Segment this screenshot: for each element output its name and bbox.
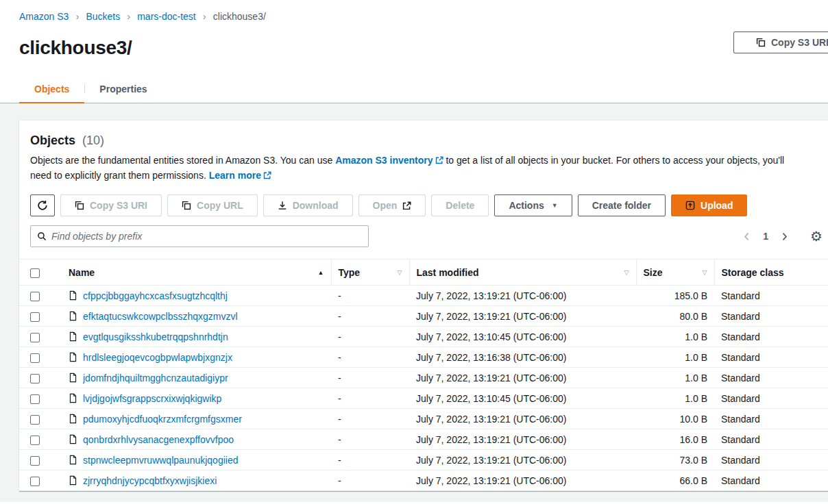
object-name-link[interactable]: lvjdjgojwfsgrappscrxixwjqkigwikp bbox=[83, 393, 221, 404]
column-label-last-modified: Last modified bbox=[417, 267, 479, 278]
object-name-link[interactable]: cfppcjbbggayhcxcasfxsugtzhcqlthj bbox=[83, 290, 228, 301]
column-header-size[interactable]: Size▽ bbox=[636, 260, 714, 286]
breadcrumb-current: clickhouse3/ bbox=[213, 10, 266, 23]
copy-s3-uri-button[interactable]: Copy S3 URI bbox=[60, 194, 162, 216]
object-storage-class: Standard bbox=[714, 347, 828, 368]
table-row: jdomfndjhquiltmgghcnzautadigiypr - July … bbox=[19, 368, 828, 388]
row-checkbox[interactable] bbox=[30, 415, 40, 425]
object-storage-class: Standard bbox=[714, 388, 828, 409]
breadcrumb-bucket-name[interactable]: mars-doc-test bbox=[137, 10, 196, 23]
previous-page-button[interactable] bbox=[741, 231, 753, 242]
delete-button[interactable]: Delete bbox=[431, 194, 489, 216]
next-page-button[interactable] bbox=[779, 231, 790, 242]
object-size: 1.0 B bbox=[636, 347, 714, 368]
object-name-cell: efktaqtucswkcowpclbsszhqxgzmvzvl bbox=[62, 306, 331, 327]
upload-button[interactable]: Upload bbox=[671, 194, 747, 216]
copy-s3-uri-label: Copy S3 URI bbox=[771, 38, 828, 47]
copy-icon bbox=[75, 201, 84, 210]
object-type: - bbox=[331, 429, 409, 450]
breadcrumb-separator-icon: › bbox=[203, 10, 206, 23]
file-icon bbox=[69, 475, 77, 486]
row-checkbox-cell bbox=[19, 286, 62, 306]
object-type: - bbox=[331, 388, 409, 409]
search-input[interactable] bbox=[51, 231, 362, 242]
sort-icon: ▽ bbox=[703, 269, 707, 276]
row-checkbox-cell bbox=[19, 368, 62, 388]
breadcrumb-buckets[interactable]: Buckets bbox=[86, 10, 120, 23]
object-size: 66.0 B bbox=[636, 470, 714, 491]
object-name-link[interactable]: jdomfndjhquiltmgghcnzautadigiypr bbox=[83, 373, 228, 383]
column-label-name: Name bbox=[69, 267, 95, 278]
create-folder-label: Create folder bbox=[592, 201, 651, 210]
file-icon bbox=[69, 311, 77, 321]
object-name-link[interactable]: pdumoxyhjcdfuoqkrzxmfcrgmfgsxmer bbox=[83, 414, 242, 425]
row-checkbox[interactable] bbox=[30, 353, 40, 363]
column-header-last-modified[interactable]: Last modified▽ bbox=[409, 260, 636, 286]
row-checkbox[interactable] bbox=[30, 292, 40, 301]
column-label-storage-class: Storage class bbox=[722, 267, 784, 278]
object-storage-class: Standard bbox=[714, 470, 828, 491]
object-name-link[interactable]: zjrryqhdnjycypcqbtfxyxwjisjkiexi bbox=[83, 475, 217, 486]
table-row: hrdlsleegjoqevcogbpwlapwbjxgnzjx - July … bbox=[19, 347, 828, 368]
objects-panel: Objects (10) Objects are the fundamental… bbox=[19, 120, 828, 491]
object-last-modified: July 7, 2022, 13:19:21 (UTC-06:00) bbox=[409, 286, 636, 306]
column-header-type[interactable]: Type▽ bbox=[331, 260, 409, 286]
object-storage-class: Standard bbox=[714, 450, 828, 470]
breadcrumb-amazon-s3[interactable]: Amazon S3 bbox=[19, 10, 69, 23]
select-all-checkbox[interactable] bbox=[30, 268, 40, 278]
column-label-size: Size bbox=[644, 267, 663, 278]
object-name-link[interactable]: hrdlsleegjoqevcogbpwlapwbjxgnzjx bbox=[83, 352, 232, 363]
refresh-icon bbox=[37, 200, 48, 211]
current-page[interactable]: 1 bbox=[763, 231, 768, 242]
object-last-modified: July 7, 2022, 13:19:21 (UTC-06:00) bbox=[409, 306, 636, 327]
delete-label: Delete bbox=[446, 201, 474, 210]
objects-count: (10) bbox=[82, 134, 104, 147]
content-area: Objects (10) Objects are the fundamental… bbox=[0, 103, 828, 502]
object-name-cell: jdomfndjhquiltmgghcnzautadigiypr bbox=[62, 368, 331, 388]
row-checkbox[interactable] bbox=[30, 333, 40, 342]
page-title: clickhouse3/ bbox=[19, 37, 828, 59]
row-checkbox[interactable] bbox=[30, 477, 40, 486]
breadcrumb: Amazon S3 › Buckets › mars-doc-test › cl… bbox=[19, 10, 828, 23]
download-button[interactable]: Download bbox=[263, 194, 353, 216]
object-type: - bbox=[331, 286, 409, 306]
row-checkbox[interactable] bbox=[30, 312, 40, 322]
tab-objects[interactable]: Objects bbox=[19, 77, 84, 103]
row-checkbox-cell bbox=[19, 388, 62, 409]
external-link-icon bbox=[263, 169, 271, 184]
file-icon bbox=[69, 455, 77, 465]
object-size: 1.0 B bbox=[636, 368, 714, 388]
table-row: lvjdjgojwfsgrappscrxixwjqkigwikp - July … bbox=[19, 388, 828, 409]
preferences-gear-icon[interactable]: ⚙ bbox=[810, 229, 823, 243]
row-checkbox[interactable] bbox=[30, 374, 40, 383]
objects-table-body: cfppcjbbggayhcxcasfxsugtzhcqlthj - July … bbox=[19, 286, 828, 491]
refresh-button[interactable] bbox=[30, 194, 55, 216]
caret-down-icon: ▼ bbox=[552, 203, 558, 209]
objects-heading-title: Objects bbox=[30, 134, 75, 147]
object-name-link[interactable]: stpnwcleepmvruwwqlpaunukjqogiied bbox=[83, 455, 238, 466]
column-header-name[interactable]: Name▲ bbox=[62, 260, 331, 286]
row-checkbox[interactable] bbox=[30, 394, 40, 404]
table-row: pdumoxyhjcdfuoqkrzxmfcrgmfgsxmer - July … bbox=[19, 409, 828, 429]
learn-more-link[interactable]: Learn more bbox=[209, 170, 271, 181]
external-link-icon bbox=[402, 201, 411, 210]
copy-s3-uri-header-button[interactable]: Copy S3 URI bbox=[733, 32, 828, 53]
column-header-storage-class[interactable]: Storage class▽ bbox=[714, 260, 828, 286]
object-last-modified: July 7, 2022, 13:10:45 (UTC-06:00) bbox=[409, 327, 636, 347]
amazon-s3-inventory-link[interactable]: Amazon S3 inventory bbox=[335, 155, 443, 166]
copy-url-button[interactable]: Copy URL bbox=[167, 194, 258, 216]
file-icon bbox=[69, 290, 77, 301]
objects-description: Objects are the fundamental entities sto… bbox=[30, 153, 807, 184]
object-name-link[interactable]: efktaqtucswkcowpclbsszhqxgzmvzvl bbox=[83, 311, 238, 322]
object-size: 10.0 B bbox=[636, 409, 714, 429]
sort-icon: ▽ bbox=[398, 269, 402, 276]
actions-dropdown-button[interactable]: Actions ▼ bbox=[494, 194, 572, 216]
create-folder-button[interactable]: Create folder bbox=[578, 194, 666, 216]
row-checkbox-cell bbox=[19, 429, 62, 450]
object-name-link[interactable]: evgtlqusgiksshkubetrqqpshnrhdtjn bbox=[83, 331, 228, 342]
tab-properties[interactable]: Properties bbox=[84, 77, 162, 103]
row-checkbox[interactable] bbox=[30, 436, 40, 445]
row-checkbox[interactable] bbox=[30, 456, 40, 466]
open-button[interactable]: Open bbox=[358, 194, 426, 216]
object-name-link[interactable]: qonbrdxrhlvysanacgenexpffovvfpoo bbox=[83, 434, 234, 445]
